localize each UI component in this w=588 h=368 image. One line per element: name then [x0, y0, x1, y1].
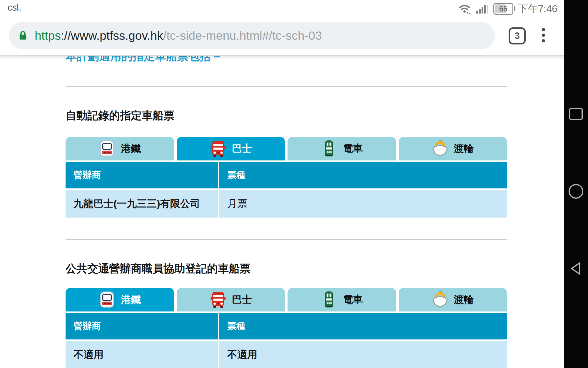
table-row: 不適用 不適用	[66, 341, 507, 368]
table-header-row: 營辦商 票種	[66, 313, 507, 339]
wifi-icon	[459, 3, 472, 14]
tab-count-button[interactable]: 3	[509, 27, 526, 44]
cell-operator: 九龍巴士(一九三三)有限公司	[66, 190, 218, 218]
tab-bus[interactable]: 巴士	[177, 137, 285, 160]
battery-nub	[514, 6, 515, 11]
back-button[interactable]	[564, 254, 588, 283]
table-header-row: 營辦商 票種	[66, 162, 507, 188]
ferry-icon	[432, 140, 449, 157]
recents-square-icon	[569, 108, 583, 120]
table-row: 九龍巴士(一九三三)有限公司 月票	[66, 190, 507, 218]
transport-tabbar-staff: 港鐵 巴士 電車 渡輪	[66, 288, 507, 311]
url-host: ://www.ptfss.gov.hk	[61, 29, 163, 42]
tab-label: 渡輪	[454, 293, 474, 306]
android-nav-bar	[564, 0, 588, 368]
url-bar[interactable]: https://www.ptfss.gov.hk/tc-side-menu.ht…	[9, 22, 495, 49]
tab-bus[interactable]: 巴士	[177, 288, 285, 311]
tab-label: 巴士	[232, 293, 252, 306]
tab-label: 渡輪	[454, 142, 474, 155]
tab-label: 電車	[343, 142, 363, 155]
home-button[interactable]	[564, 177, 588, 205]
column-header-operator: 營辦商	[66, 313, 218, 339]
tab-mtr[interactable]: 港鐵	[66, 288, 174, 311]
cell-ticket-type: 月票	[219, 190, 507, 218]
tab-label: 電車	[343, 293, 363, 306]
carrier-label: csl.	[8, 2, 21, 13]
column-header-ticket-type: 票種	[219, 313, 507, 339]
browser-chrome: csl. 66 下午7:46	[0, 0, 588, 56]
tab-label: 港鐵	[121, 293, 141, 306]
bus-icon	[210, 291, 227, 308]
tab-mtr[interactable]: 港鐵	[66, 137, 174, 160]
home-circle-icon	[569, 184, 583, 199]
url-text: https://www.ptfss.gov.hk/tc-side-menu.ht…	[35, 29, 322, 43]
tram-icon	[320, 291, 338, 308]
transport-tabbar-auto: 港鐵 巴士 電車 渡輪	[66, 137, 507, 160]
battery-icon: 66	[493, 3, 513, 15]
tab-label: 巴士	[232, 142, 252, 155]
browser-menu-icon[interactable]	[542, 28, 545, 42]
cell-ticket-type: 不適用	[219, 341, 507, 368]
android-screen: 本計劃適用的指定車船票包括 – 自動記錄的指定車船票 港鐵 巴士 電車 渡輪 營…	[0, 0, 588, 368]
section2-title: 公共交通營辦商職員協助登記的車船票	[66, 263, 250, 275]
bus-icon	[210, 140, 227, 157]
mtr-train-icon	[98, 140, 116, 157]
tab-tram[interactable]: 電車	[288, 137, 396, 160]
url-path: /tc-side-menu.html#/tc-sch-03	[163, 29, 322, 42]
signal-icon	[476, 4, 489, 14]
section-divider	[66, 239, 507, 240]
tab-tram[interactable]: 電車	[288, 288, 396, 311]
recents-button[interactable]	[564, 100, 588, 128]
tab-ferry[interactable]: 渡輪	[399, 137, 507, 160]
battery-level: 66	[499, 5, 507, 13]
cell-operator: 不適用	[66, 341, 218, 368]
secure-lock-icon	[18, 30, 28, 41]
status-icons: 66 下午7:46	[459, 2, 557, 16]
clock: 下午7:46	[518, 2, 557, 16]
back-triangle-icon	[569, 261, 583, 276]
tab-ferry[interactable]: 渡輪	[399, 288, 507, 311]
section1-title: 自動記錄的指定車船票	[66, 110, 174, 122]
tram-icon	[320, 140, 338, 157]
mtr-train-icon	[98, 291, 116, 308]
section-divider	[66, 86, 507, 87]
column-header-operator: 營辦商	[66, 162, 218, 188]
column-header-ticket-type: 票種	[219, 162, 507, 188]
ferry-icon	[432, 291, 449, 308]
url-scheme: https	[35, 29, 61, 42]
tab-label: 港鐵	[121, 142, 141, 155]
